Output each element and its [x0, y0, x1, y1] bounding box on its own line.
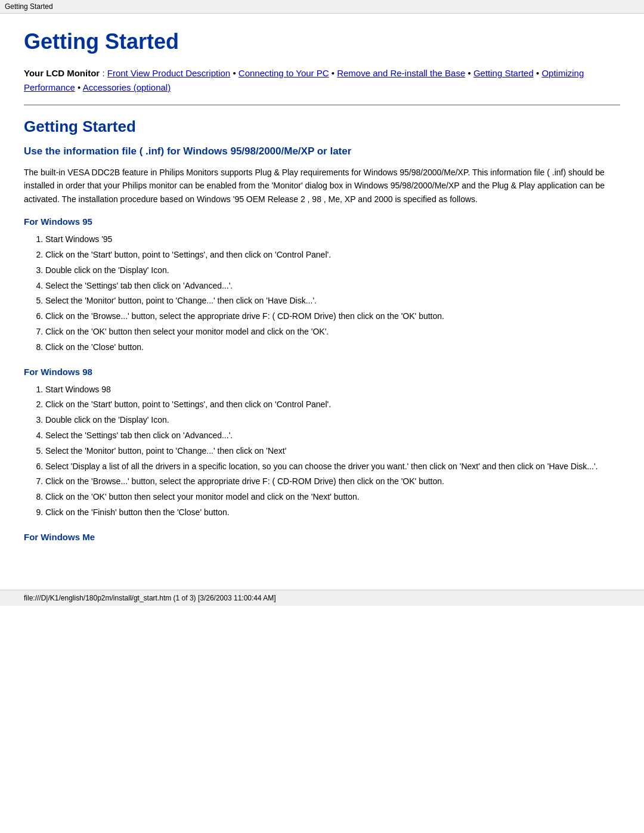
nav-link-connecting[interactable]: Connecting to Your PC	[239, 68, 329, 78]
list-item: Select the 'Settings' tab then click on …	[45, 429, 620, 443]
browser-bar: Getting Started	[0, 0, 644, 14]
list-item: Double click on the 'Display' Icon.	[45, 264, 620, 278]
nav-bullet-4: •	[536, 68, 541, 78]
list-item: Start Windows '95	[45, 233, 620, 247]
nav-separator: :	[102, 68, 107, 78]
nav-link-accessories[interactable]: Accessories (optional)	[83, 82, 171, 92]
windows95-steps: Start Windows '95 Click on the 'Start' b…	[45, 233, 620, 354]
list-item: Select the 'Monitor' button, point to 'C…	[45, 444, 620, 459]
footer-text: file:///D|/K1/english/180p2m/install/gt_…	[24, 594, 276, 602]
nav-bullet-1: •	[233, 68, 238, 78]
list-item: Select the 'Settings' tab then click on …	[45, 279, 620, 293]
nav-links: Your LCD Monitor : Front View Product De…	[24, 66, 620, 95]
footer: file:///D|/K1/english/180p2m/install/gt_…	[0, 590, 644, 606]
section-title: Getting Started	[24, 117, 620, 136]
browser-bar-text: Getting Started	[5, 2, 53, 11]
list-item: Click on the 'Start' button, point to 'S…	[45, 398, 620, 412]
windows-me-heading: For Windows Me	[24, 532, 620, 542]
list-item: Start Windows 98	[45, 383, 620, 397]
nav-link-front-view[interactable]: Front View Product Description	[107, 68, 230, 78]
list-item: Select the 'Monitor' button, point to 'C…	[45, 294, 620, 308]
windows98-steps: Start Windows 98 Click on the 'Start' bu…	[45, 383, 620, 520]
list-item: Click on the 'OK' button then select you…	[45, 325, 620, 339]
list-item: Click on the 'Finish' button then the 'C…	[45, 506, 620, 520]
list-item: Click on the 'Browse...' button, select …	[45, 475, 620, 489]
nav-bullet-3: •	[467, 68, 473, 78]
nav-link-getting-started[interactable]: Getting Started	[473, 68, 534, 78]
nav-link-remove[interactable]: Remove and Re-install the Base	[337, 68, 465, 78]
list-item: Click on the 'Browse...' button, select …	[45, 309, 620, 324]
nav-bullet-5: •	[78, 82, 83, 92]
list-item: Click on the 'Start' button, point to 'S…	[45, 248, 620, 262]
divider	[24, 104, 620, 106]
list-item: Click on the 'OK' button then select you…	[45, 490, 620, 504]
page-title: Getting Started	[24, 29, 620, 54]
list-item: Select 'Display a list of all the driver…	[45, 460, 620, 474]
list-item: Double click on the 'Display' Icon.	[45, 413, 620, 428]
subtitle: Use the information file ( .inf) for Win…	[24, 145, 620, 157]
windows95-heading: For Windows 95	[24, 216, 620, 227]
nav-bullet-2: •	[332, 68, 337, 78]
main-content: Getting Started Your LCD Monitor : Front…	[0, 14, 644, 572]
nav-label: Your LCD Monitor	[24, 68, 100, 78]
list-item: Click on the 'Close' button.	[45, 340, 620, 355]
body-paragraph: The built-in VESA DDC2B feature in Phili…	[24, 166, 620, 206]
windows98-heading: For Windows 98	[24, 367, 620, 377]
